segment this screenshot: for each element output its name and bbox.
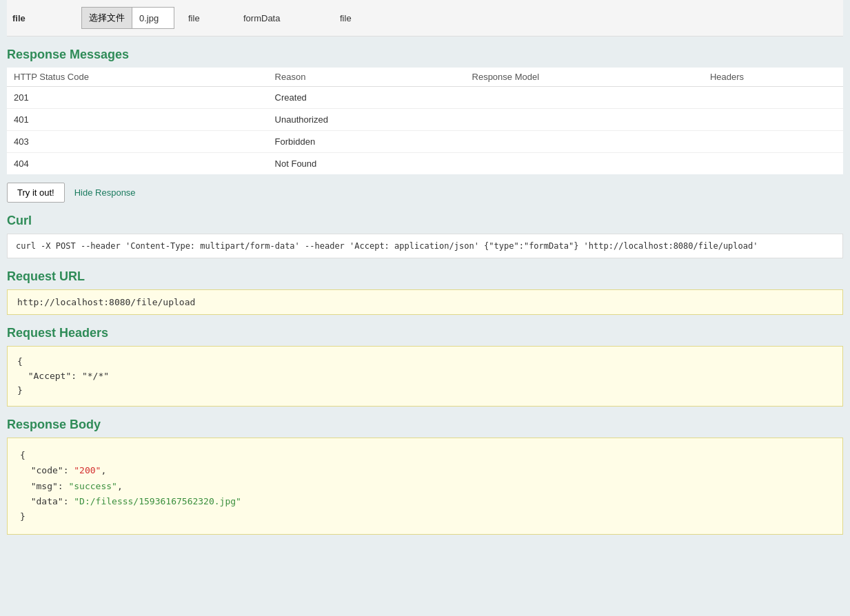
choose-file-button[interactable]: 选择文件 <box>82 8 132 28</box>
url-value: http://localhost:8080/file/upload <box>17 297 195 307</box>
request-headers-title: Request Headers <box>7 326 843 340</box>
table-row: 401 Unauthorized <box>7 109 843 131</box>
action-row: Try it out! Hide Response <box>7 183 843 203</box>
body-data-line: "data": "D:/filesss/15936167562320.jpg" <box>20 496 241 506</box>
file-param-label: file <box>12 13 68 23</box>
body-msg-key: "msg" <box>31 481 58 491</box>
row-code: 401 <box>7 109 268 131</box>
row-headers <box>703 87 843 109</box>
file-input-wrapper: 选择文件 0.jpg <box>81 7 174 29</box>
body-code-key: "code" <box>31 465 63 475</box>
response-messages-section: Response Messages HTTP Status Code Reaso… <box>7 48 843 174</box>
row-headers <box>703 109 843 131</box>
headers-box: { "Accept": "*/*" } <box>7 346 843 407</box>
request-url-title: Request URL <box>7 269 843 284</box>
body-msg-line: "msg": "success", <box>20 481 123 491</box>
col-response-model: Response Model <box>465 68 703 87</box>
body-data-key: "data" <box>31 496 63 506</box>
response-body-section: Response Body { "code": "200", "msg": "s… <box>7 418 843 534</box>
body-data-value: "D:/filesss/15936167562320.jpg" <box>74 496 241 506</box>
file-type-col1: file <box>188 13 230 23</box>
row-code: 404 <box>7 153 268 175</box>
row-code: 201 <box>7 87 268 109</box>
curl-section: Curl curl -X POST --header 'Content-Type… <box>7 214 843 258</box>
row-headers <box>703 153 843 175</box>
body-msg-value: "success" <box>68 481 117 491</box>
table-row: 201 Created <box>7 87 843 109</box>
body-close-brace: } <box>20 511 26 522</box>
request-url-section: Request URL http://localhost:8080/file/u… <box>7 269 843 315</box>
table-row: 403 Forbidden <box>7 131 843 153</box>
row-model <box>465 131 703 153</box>
row-reason: Created <box>268 87 465 109</box>
request-headers-section: Request Headers { "Accept": "*/*" } <box>7 326 843 407</box>
col-headers: Headers <box>703 68 843 87</box>
response-body-title: Response Body <box>7 418 843 432</box>
file-type-col2: formData <box>243 13 326 23</box>
body-code-value: "200" <box>74 465 101 475</box>
body-open-brace: { <box>20 450 26 460</box>
file-row: file 选择文件 0.jpg file formData file <box>7 0 843 37</box>
hide-response-link[interactable]: Hide Response <box>74 187 136 198</box>
curl-scroll[interactable]: curl -X POST --header 'Content-Type: mul… <box>16 241 834 251</box>
row-model <box>465 153 703 175</box>
row-model <box>465 87 703 109</box>
headers-close-brace: } <box>17 385 23 396</box>
response-messages-title: Response Messages <box>7 48 843 62</box>
table-row: 404 Not Found <box>7 153 843 175</box>
response-body-box: { "code": "200", "msg": "success", "data… <box>7 438 843 534</box>
row-reason: Forbidden <box>268 131 465 153</box>
file-name-display: 0.jpg <box>132 9 174 28</box>
file-type-col3: file <box>340 13 381 23</box>
headers-accept-line: "Accept": "*/*" <box>17 371 109 381</box>
curl-box[interactable]: curl -X POST --header 'Content-Type: mul… <box>7 234 843 258</box>
row-headers <box>703 131 843 153</box>
curl-command: curl -X POST --header 'Content-Type: mul… <box>16 241 758 251</box>
row-model <box>465 109 703 131</box>
url-box: http://localhost:8080/file/upload <box>7 289 843 315</box>
try-it-out-button[interactable]: Try it out! <box>7 183 65 203</box>
col-reason: Reason <box>268 68 465 87</box>
response-table: HTTP Status Code Reason Response Model H… <box>7 68 843 174</box>
body-code-line: "code": "200", <box>20 465 106 475</box>
curl-title: Curl <box>7 214 843 228</box>
col-http-status: HTTP Status Code <box>7 68 268 87</box>
row-reason: Unauthorized <box>268 109 465 131</box>
row-code: 403 <box>7 131 268 153</box>
headers-open-brace: { <box>17 356 23 367</box>
row-reason: Not Found <box>268 153 465 175</box>
